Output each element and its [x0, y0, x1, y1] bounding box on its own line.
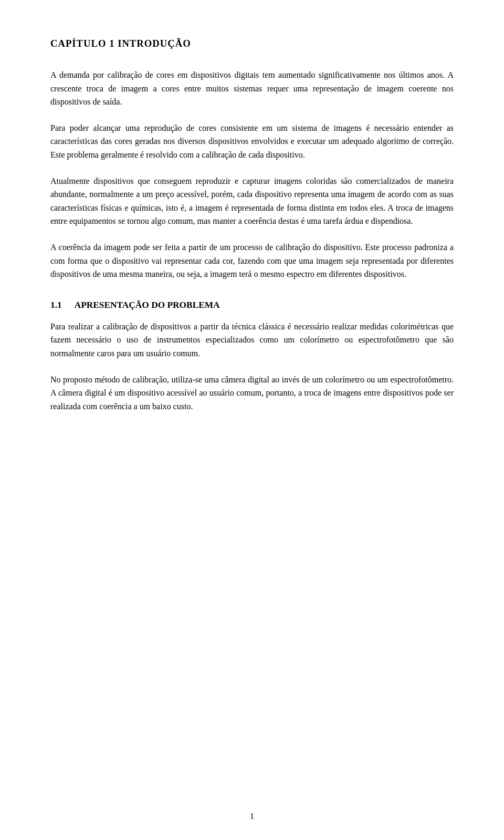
section-title-text: APRESENTAÇÃO DO PROBLEMA	[75, 300, 220, 310]
section-number: 1.1	[50, 300, 62, 310]
chapter-title: CAPÍTULO 1 INTRODUÇÃO	[50, 38, 454, 49]
paragraph-2: Para poder alcançar uma reprodução de co…	[50, 121, 454, 162]
section-paragraph-1: Para realizar a calibração de dispositiv…	[50, 320, 454, 360]
paragraph-3: Atualmente dispositivos que conseguem re…	[50, 174, 454, 228]
page: CAPÍTULO 1 INTRODUÇÃO A demanda por cali…	[0, 0, 504, 840]
page-number: 1	[0, 812, 504, 821]
section-title: 1.1APRESENTAÇÃO DO PROBLEMA	[50, 300, 454, 310]
section-paragraph-2: No proposto método de calibração, utiliz…	[50, 373, 454, 413]
paragraph-1: A demanda por calibração de cores em dis…	[50, 68, 454, 109]
paragraph-4: A coerência da imagem pode ser feita a p…	[50, 241, 454, 281]
